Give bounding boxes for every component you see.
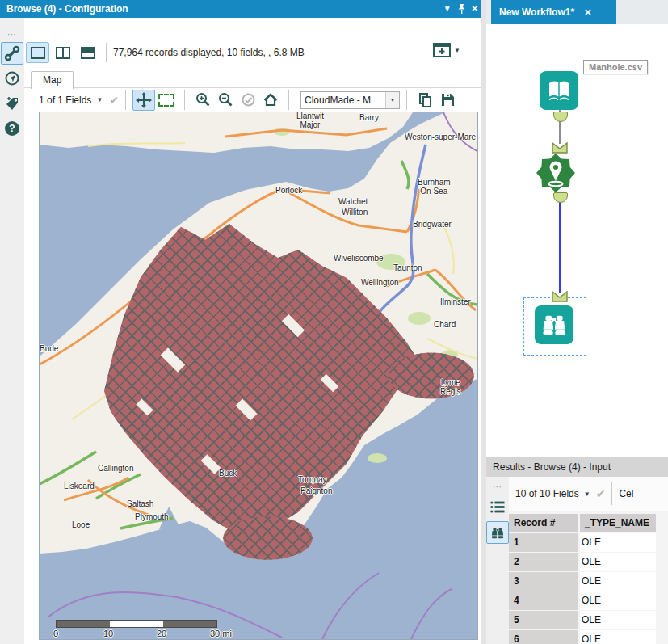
table-row[interactable]: 4 OLE bbox=[509, 591, 668, 610]
workflow-tab-title: New Workflow1* bbox=[499, 6, 574, 18]
separator bbox=[106, 43, 107, 62]
layout-single-pane-button[interactable] bbox=[26, 42, 49, 63]
home-icon bbox=[263, 92, 279, 107]
results-panel: Results - Browse (4) - Input ⋯ bbox=[486, 457, 668, 644]
save-icon bbox=[440, 92, 456, 107]
configuration-wrench-button[interactable] bbox=[1, 42, 23, 65]
close-icon[interactable]: ✕ bbox=[472, 5, 478, 13]
layout-two-rows-button[interactable] bbox=[76, 42, 99, 63]
configuration-titlebar: Browse (4) - Configuration ▼ ✕ bbox=[0, 0, 483, 18]
copy-icon bbox=[418, 92, 433, 107]
scale-tick: 10 bbox=[103, 629, 113, 638]
record-value: OLE bbox=[580, 533, 656, 552]
separator bbox=[125, 90, 126, 110]
basemap-caret-icon[interactable]: ▼ bbox=[385, 92, 399, 108]
results-title: Results - Browse (4) - Input bbox=[486, 457, 668, 477]
map-view[interactable]: Llantwit Major Barry Weston-super-Mare P… bbox=[39, 112, 478, 640]
column-header-record[interactable]: Record # bbox=[509, 514, 578, 532]
tab-new-workflow1[interactable]: New Workflow1* ✕ bbox=[491, 0, 616, 24]
panel-grip-icon[interactable]: ⋯ bbox=[0, 29, 24, 40]
fields-caret-icon[interactable]: ▼ bbox=[96, 96, 103, 103]
compass-icon bbox=[4, 70, 20, 86]
popout-caret-icon[interactable]: ▼ bbox=[454, 47, 460, 54]
tab-map[interactable]: Map bbox=[31, 71, 74, 89]
results-browse-button[interactable] bbox=[486, 521, 509, 544]
tool-input-data[interactable] bbox=[540, 71, 578, 110]
copy-map-button[interactable] bbox=[414, 90, 436, 111]
map-label: Torquay bbox=[298, 476, 327, 485]
zoom-extents-button[interactable] bbox=[259, 90, 282, 111]
map-toolbar: 1 of 1 Fields ▼ ✔ bbox=[24, 87, 483, 112]
map-label: Ilminster bbox=[440, 298, 471, 307]
map-label: Weston-super-Mare bbox=[405, 133, 476, 142]
results-fields-selector[interactable]: 10 of 10 Fields bbox=[515, 488, 579, 499]
basemap-value: CloudMade - M bbox=[301, 95, 385, 106]
map-label: Taunton bbox=[393, 264, 422, 273]
map-label: Chard bbox=[434, 321, 456, 330]
map-label: Buck bbox=[219, 469, 237, 478]
close-workflow-icon[interactable]: ✕ bbox=[584, 7, 591, 18]
input-anchor bbox=[552, 142, 568, 154]
save-map-button[interactable] bbox=[436, 90, 459, 111]
single-pane-icon bbox=[31, 47, 45, 59]
record-value: OLE bbox=[580, 591, 656, 610]
two-rows-icon bbox=[81, 47, 95, 59]
results-list-button[interactable] bbox=[486, 495, 509, 518]
select-tool-button[interactable] bbox=[155, 90, 178, 111]
column-header-type-name[interactable]: _TYPE_NAME bbox=[580, 514, 656, 532]
scale-tick: 30 mi bbox=[210, 629, 232, 638]
table-header-row: Record # _TYPE_NAME bbox=[509, 514, 668, 532]
selection-rectangle bbox=[523, 297, 586, 356]
records-summary: 77,964 records displayed, 10 fields, , 6… bbox=[113, 47, 305, 58]
zoom-out-button[interactable] bbox=[214, 90, 237, 111]
zoom-previous-button[interactable] bbox=[237, 90, 259, 111]
popout-button[interactable] bbox=[432, 42, 452, 58]
separator bbox=[184, 90, 185, 110]
table-row[interactable]: 1 OLE bbox=[509, 533, 668, 552]
layout-two-columns-button[interactable] bbox=[51, 42, 74, 63]
separator bbox=[288, 90, 289, 110]
two-columns-icon bbox=[56, 47, 70, 59]
workflow-canvas[interactable]: Manhole.csv bbox=[486, 24, 668, 457]
pan-tool-button[interactable] bbox=[132, 90, 155, 111]
results-apply-check-icon[interactable]: ✔ bbox=[596, 487, 606, 500]
panel-menu-caret-icon[interactable]: ▼ bbox=[443, 5, 452, 13]
marquee-select-icon bbox=[158, 94, 174, 107]
scale-tick: 20 bbox=[157, 629, 166, 638]
fields-selector[interactable]: 1 of 1 Fields bbox=[39, 95, 91, 106]
basemap-selector[interactable]: CloudMade - M ▼ bbox=[300, 91, 400, 109]
record-value: OLE bbox=[580, 553, 656, 571]
check-circle-icon bbox=[241, 92, 256, 107]
help-button[interactable]: ? bbox=[1, 117, 23, 140]
apply-check-icon[interactable]: ✔ bbox=[109, 94, 119, 107]
annotation-tag-button[interactable] bbox=[1, 92, 23, 115]
table-row[interactable]: 3 OLE bbox=[509, 572, 668, 591]
tool-annotation[interactable]: Manhole.csv bbox=[583, 60, 648, 74]
configuration-title: Browse (4) - Configuration bbox=[6, 3, 128, 15]
table-row[interactable]: 5 OLE bbox=[509, 611, 668, 629]
record-number: 2 bbox=[509, 553, 578, 571]
configuration-side-strip: ⋯ bbox=[0, 18, 25, 644]
zoom-in-button[interactable] bbox=[191, 90, 214, 111]
browse-tab-row: Map bbox=[24, 71, 483, 88]
map-scale-bar bbox=[56, 620, 217, 628]
open-book-icon bbox=[544, 77, 573, 104]
results-fields-caret-icon[interactable]: ▼ bbox=[584, 490, 590, 498]
zoom-out-icon bbox=[218, 92, 233, 107]
table-row[interactable]: 6 OLE bbox=[509, 630, 668, 644]
tool-create-points[interactable] bbox=[536, 154, 575, 192]
configuration-panel: Browse (4) - Configuration ▼ ✕ ⋯ bbox=[0, 0, 483, 644]
separator bbox=[406, 90, 407, 110]
map-label: Paignton bbox=[300, 487, 332, 496]
connection-blue bbox=[559, 202, 561, 293]
cell-viewer-label[interactable]: Cel bbox=[619, 488, 633, 499]
output-anchor bbox=[553, 192, 568, 203]
navigation-button[interactable] bbox=[1, 67, 23, 90]
table-row[interactable]: 2 OLE bbox=[509, 553, 668, 571]
record-number: 6 bbox=[509, 630, 578, 644]
pin-icon[interactable] bbox=[457, 3, 466, 15]
results-grip-icon[interactable]: ⋯ bbox=[486, 482, 509, 492]
record-value: OLE bbox=[580, 630, 656, 644]
map-label: Burnham On Sea bbox=[418, 179, 451, 196]
zoom-in-icon bbox=[195, 92, 211, 107]
